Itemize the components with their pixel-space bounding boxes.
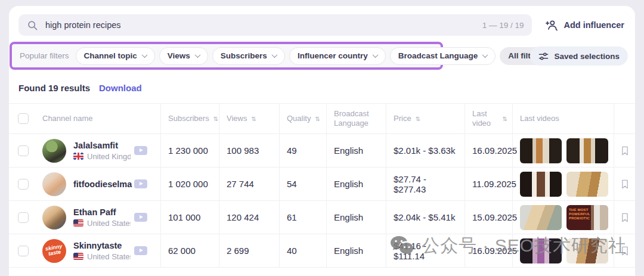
results-table: Channel name Subscribers⇅ Views⇅ Quality… <box>9 103 635 268</box>
col-last-videos: Last videos <box>513 104 614 134</box>
col-label: Quality <box>287 114 311 123</box>
language-value: English <box>327 234 386 267</box>
quality-value: 54 <box>280 168 327 200</box>
filter-label: Broadcast Language <box>398 51 478 60</box>
table-header-row: Channel name Subscribers⇅ Views⇅ Quality… <box>9 104 635 134</box>
filter-subscribers[interactable]: Subscribers <box>212 47 285 65</box>
filter-views[interactable]: Views <box>159 47 208 65</box>
price-value: $2.04k - $5.41k <box>386 201 465 234</box>
last-video-date: 16.09.2025 <box>465 134 513 167</box>
row-checkbox[interactable] <box>18 246 29 256</box>
col-broadcast-language: Broadcast Language <box>327 104 386 134</box>
filter-label: Subscribers <box>221 51 267 60</box>
subscribers-value: 1 230 000 <box>161 134 219 167</box>
bookmark-icon[interactable] <box>619 145 631 157</box>
row-checkbox[interactable] <box>18 145 29 156</box>
col-price[interactable]: Price⇅ <box>386 104 465 134</box>
col-views[interactable]: Views⇅ <box>219 104 280 134</box>
subscribers-value: 101 000 <box>161 201 219 234</box>
video-thumbnail[interactable] <box>520 172 562 197</box>
quality-value: 40 <box>280 234 327 267</box>
video-thumbnail[interactable] <box>566 238 608 263</box>
filter-channel-topic[interactable]: Channel topic <box>76 47 155 65</box>
sort-icon[interactable]: ⇅ <box>503 116 507 122</box>
col-subscribers[interactable]: Subscribers⇅ <box>161 104 219 134</box>
chevron-down-icon <box>271 52 277 58</box>
youtube-icon[interactable] <box>134 146 147 155</box>
sort-icon[interactable]: ⇅ <box>213 116 218 122</box>
price-value: $27.74 - $277.43 <box>386 168 465 200</box>
video-thumbnail[interactable] <box>520 138 562 163</box>
avatar-logo-text: skinny taste <box>45 244 64 258</box>
saved-selections-button[interactable]: Saved selections <box>530 46 628 66</box>
add-influencer-button[interactable]: Add influencer <box>541 18 628 32</box>
download-link[interactable]: Download <box>99 83 142 93</box>
views-value: 120 424 <box>219 201 280 234</box>
views-value: 2 699 <box>219 234 280 267</box>
sort-icon[interactable]: ⇅ <box>416 116 420 122</box>
col-bookmark <box>614 104 635 134</box>
table-row: fitfoodieselma 1 020 000 27 744 54 Engli… <box>9 168 635 201</box>
select-all-checkbox[interactable] <box>18 113 29 124</box>
filter-label: Influencer country <box>298 51 368 60</box>
bookmark-icon[interactable] <box>619 178 631 190</box>
youtube-icon[interactable] <box>134 213 147 222</box>
add-influencer-label: Add influencer <box>564 20 624 30</box>
sort-icon[interactable]: ⇅ <box>251 116 256 122</box>
bookmark-icon[interactable] <box>619 212 631 224</box>
search-input[interactable] <box>44 20 476 30</box>
search-box[interactable]: 1 — 19 / 19 <box>18 14 532 36</box>
price-value: $41.16 - $111.14 <box>386 234 465 267</box>
col-label: Price <box>394 114 411 123</box>
country-label: United Kingdom <box>87 152 131 161</box>
video-thumbnail[interactable] <box>566 172 608 197</box>
results-summary: Found 19 results Download <box>9 70 635 103</box>
filter-broadcast-language[interactable]: Broadcast Language <box>390 47 496 65</box>
channel-name[interactable]: Skinnytaste <box>73 241 131 250</box>
popular-filters-group: Popular filters Channel topic Views Subs… <box>10 42 443 70</box>
last-video-date: 11.09.2025 <box>465 168 513 200</box>
chevron-down-icon <box>141 52 147 58</box>
filter-row: Popular filters Channel topic Views Subs… <box>9 42 635 70</box>
video-thumbnail[interactable]: THE MOST POWERFUL PROBIOTIC <box>566 205 608 230</box>
quality-value: 61 <box>280 201 327 234</box>
channel-name[interactable]: Ethan Paff <box>73 207 131 217</box>
avatar[interactable] <box>42 139 66 163</box>
last-video-date: 15.09.2025 <box>465 201 513 234</box>
col-last-video[interactable]: Last video⇅ <box>465 104 513 134</box>
country-label: United States (US... <box>87 219 131 228</box>
result-counter: 1 — 19 / 19 <box>482 21 524 30</box>
bookmark-icon[interactable] <box>619 245 631 257</box>
channel-name[interactable]: Jalalsamfit <box>73 141 131 150</box>
main-card: 1 — 19 / 19 Add influencer Popular filte… <box>9 6 635 276</box>
col-channel-name: Channel name <box>42 114 93 123</box>
table-row: Ethan Paff United States (US... 101 000 … <box>9 201 635 234</box>
saved-selections-label: Saved selections <box>554 52 620 61</box>
quality-value: 49 <box>280 134 327 167</box>
avatar[interactable] <box>42 206 66 230</box>
avatar[interactable]: skinny taste <box>42 239 66 263</box>
search-row: 1 — 19 / 19 Add influencer <box>9 6 635 42</box>
col-label: Subscribers <box>168 114 209 123</box>
language-value: English <box>327 134 386 167</box>
row-checkbox[interactable] <box>18 179 29 190</box>
video-thumbnail[interactable] <box>566 138 608 163</box>
youtube-icon[interactable] <box>134 179 147 188</box>
youtube-icon[interactable] <box>134 246 147 255</box>
filter-influencer-country[interactable]: Influencer country <box>289 47 386 65</box>
channel-name[interactable]: fitfoodieselma <box>73 179 131 189</box>
views-value: 27 744 <box>219 168 280 200</box>
language-value: English <box>327 201 386 234</box>
price-value: $2.01k - $3.63k <box>386 134 465 167</box>
avatar[interactable] <box>42 172 66 196</box>
video-thumbnail[interactable] <box>520 205 562 230</box>
last-video-date: 16.09.2025 <box>465 234 513 267</box>
row-checkbox[interactable] <box>18 212 29 223</box>
thumbnail-caption: THE MOST POWERFUL PROBIOTIC <box>569 208 590 221</box>
col-quality[interactable]: Quality⇅ <box>280 104 327 134</box>
add-person-icon <box>545 19 558 31</box>
views-value: 100 983 <box>219 134 280 167</box>
video-thumbnail[interactable] <box>520 238 562 263</box>
filter-label: Channel topic <box>84 51 137 60</box>
sort-icon[interactable]: ⇅ <box>315 116 320 122</box>
